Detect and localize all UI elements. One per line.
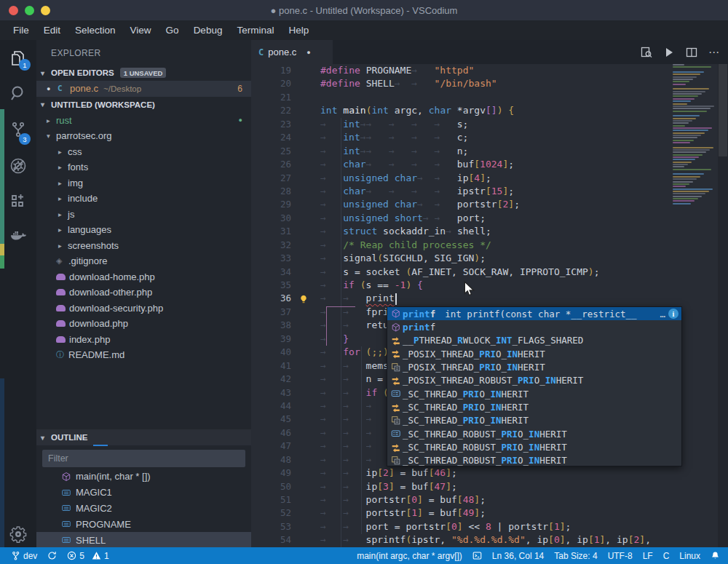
- menu-item-edit[interactable]: Edit: [36, 22, 68, 39]
- symbol-status[interactable]: main(int argc, char * argv[]): [352, 551, 467, 561]
- code-line-25[interactable]: 25→int→→→→→n;: [251, 145, 728, 158]
- code-line-53[interactable]: 53→→port = portstr[0] << 8 | portstr[1];: [251, 520, 728, 533]
- code-area[interactable]: 19#define PROGNAME→"httpd"20#define SHEL…: [251, 64, 728, 547]
- code-line-27[interactable]: 27→unsigned char→→ip[4];: [251, 172, 728, 185]
- tree-item-download-php[interactable]: download.php: [36, 316, 251, 332]
- cursor-position-status[interactable]: Ln 36, Col 14: [487, 551, 549, 561]
- code-line-22[interactable]: 22int main(int argc, char *argv[]) {: [251, 104, 728, 117]
- tree-item-index-php[interactable]: index.php: [36, 332, 251, 348]
- tab-pone-c[interactable]: C pone.c ●: [251, 40, 333, 64]
- debug-disabled-icon[interactable]: [9, 157, 27, 175]
- suggest-item--sc-thread-robust-prio-inherit[interactable]: _SC_THREAD_ROBUST_PRIO_INHERIT: [387, 427, 681, 440]
- language-mode-status[interactable]: C: [658, 551, 675, 561]
- tree-item-include[interactable]: ▸include: [36, 191, 251, 207]
- remote-os-status[interactable]: Linux: [674, 551, 705, 561]
- info-icon[interactable]: i: [668, 309, 678, 319]
- menu-item-selection[interactable]: Selection: [68, 22, 123, 39]
- tree-item-screenshots[interactable]: ▸screenshots: [36, 238, 251, 254]
- outline-item-magic2[interactable]: MAGIC2: [36, 501, 251, 517]
- code-line-33[interactable]: 33→signal(SIGCHLD, SIG_IGN);: [251, 252, 728, 265]
- code-line-35[interactable]: 35→if (s == -1) {: [251, 279, 728, 292]
- tree-item-readme-md[interactable]: ⓘREADME.md: [36, 347, 251, 363]
- settings-gear-icon[interactable]: [9, 525, 27, 543]
- suggest-item--posix-thread-robust-prio-inherit[interactable]: _POSIX_THREAD_ROBUST_PRIO_INHERIT: [387, 374, 681, 387]
- code-line-24[interactable]: 24→int→→→→→c;: [251, 131, 728, 144]
- outline-filter-input[interactable]: Filter: [42, 450, 245, 467]
- tree-item-css[interactable]: ▸css: [36, 144, 251, 160]
- code-line-31[interactable]: 31→struct sockaddr_in→shell;: [251, 225, 728, 238]
- maximize-button[interactable]: [25, 6, 34, 15]
- code-line-52[interactable]: 52→→portstr[1] = buf[49];: [251, 507, 728, 520]
- problems-status[interactable]: 5 1: [62, 551, 114, 561]
- tree-item-js[interactable]: ▸js: [36, 207, 251, 223]
- run-icon[interactable]: [661, 44, 677, 60]
- minimize-button[interactable]: [41, 6, 50, 15]
- suggest-item--posix-thread-prio-inherit[interactable]: _POSIX_THREAD_PRIO_INHERIT: [387, 347, 681, 360]
- suggest-item-printf[interactable]: printf: [387, 320, 681, 333]
- suggest-item--sc-thread-robust-prio-inherit[interactable]: _SC_THREAD_ROBUST_PRIO_INHERIT: [387, 440, 681, 453]
- eol-status[interactable]: LF: [638, 551, 658, 561]
- git-branch-status[interactable]: dev: [6, 551, 42, 561]
- code-line-51[interactable]: 51→→portstr[0] = buf[48];: [251, 493, 728, 507]
- encoding-status[interactable]: UTF-8: [603, 551, 638, 561]
- code-line-21[interactable]: 21: [251, 91, 728, 104]
- code-line-54[interactable]: 54→→sprintf(ipstr, "%d.%d.%d.%d", ip[0],…: [251, 533, 728, 547]
- code-line-28[interactable]: 28→char→→→→ipstr[15];: [251, 185, 728, 198]
- outline-item-progname[interactable]: PROGNAME: [36, 516, 251, 532]
- tree-item-download-security-php[interactable]: download-security.php: [36, 301, 251, 317]
- menu-item-view[interactable]: View: [123, 22, 159, 39]
- tree-item-download-home-php[interactable]: download-home.php: [36, 269, 251, 285]
- code-line-32[interactable]: 32→/* Reap child processes */: [251, 239, 728, 252]
- docker-icon[interactable]: [9, 227, 27, 245]
- scrollbar-slider[interactable]: [719, 64, 727, 156]
- open-editors-header[interactable]: ▾ OPEN EDITORS 1 UNSAVED: [36, 65, 251, 81]
- tree-item-img[interactable]: ▸img: [36, 175, 251, 191]
- outline-item-main-int-char-[interactable]: main(int, char * []): [36, 469, 251, 485]
- extensions-icon[interactable]: [9, 192, 27, 210]
- menu-item-file[interactable]: File: [6, 22, 36, 39]
- suggest-item--pthread-rwlock-int-flags-shared[interactable]: __PTHREAD_RWLOCK_INT_FLAGS_SHARED: [387, 334, 681, 347]
- menu-item-debug[interactable]: Debug: [186, 22, 230, 39]
- outline-item-shell[interactable]: SHELL: [36, 532, 251, 547]
- code-line-29[interactable]: 29→unsigned char→→portstr[2];: [251, 198, 728, 211]
- outline-item-magic1[interactable]: MAGIC1: [36, 485, 251, 501]
- code-line-23[interactable]: 23→int→→→→→s;: [251, 118, 728, 131]
- tab-size-status[interactable]: Tab Size: 4: [549, 551, 602, 561]
- suggest-item-printf[interactable]: printfint printf(const char *__restrict_…: [387, 307, 681, 320]
- tree-item--gitignore[interactable]: ◈.gitignore: [36, 253, 251, 269]
- split-editor-icon[interactable]: [684, 44, 700, 60]
- sync-button[interactable]: [42, 551, 62, 560]
- minimap[interactable]: [673, 64, 718, 547]
- open-editor-pone-c[interactable]: ● C pone.c ~/Desktop 6: [36, 81, 251, 97]
- menu-item-terminal[interactable]: Terminal: [229, 22, 281, 39]
- tree-item-parrotsec-org[interactable]: ▾parrotsec.org: [36, 128, 251, 144]
- tree-item-languages[interactable]: ▸languages: [36, 222, 251, 238]
- code-line-20[interactable]: 20#define SHELL→→"/bin/bash": [251, 77, 728, 90]
- editor-scrollbar[interactable]: [718, 64, 728, 547]
- suggest-item--sc-thread-prio-inherit[interactable]: _SC_THREAD_PRIO_INHERIT: [387, 414, 681, 427]
- notifications-bell-icon[interactable]: [705, 551, 725, 560]
- code-line-19[interactable]: 19#define PROGNAME→"httpd": [251, 64, 728, 77]
- tree-item-download-other-php[interactable]: download-other.php: [36, 285, 251, 301]
- suggest-item--sc-thread-prio-inherit[interactable]: _SC_THREAD_PRIO_INHERIT: [387, 387, 681, 400]
- workspace-header[interactable]: ▾ UNTITLED (WORKSPACE): [36, 97, 251, 113]
- suggest-item--sc-thread-robust-prio-inherit[interactable]: _SC_THREAD_ROBUST_PRIO_INHERIT: [387, 454, 681, 467]
- close-button[interactable]: [9, 6, 18, 15]
- suggest-item--sc-thread-prio-inherit[interactable]: _SC_THREAD_PRIO_INHERIT: [387, 400, 681, 413]
- tree-item-fonts[interactable]: ▸fonts: [36, 159, 251, 175]
- code-line-30[interactable]: 30→unsigned short→→port;: [251, 212, 728, 225]
- screencast-icon[interactable]: [467, 551, 487, 560]
- code-line-36[interactable]: 36→→print: [251, 292, 728, 305]
- search-icon[interactable]: [9, 84, 27, 102]
- menu-item-help[interactable]: Help: [281, 22, 316, 39]
- more-actions-icon[interactable]: ⋯: [706, 44, 722, 60]
- code-line-49[interactable]: 49→→ip[2] = buf[46];: [251, 466, 728, 480]
- suggest-item--posix-thread-prio-inherit[interactable]: _POSIX_THREAD_PRIO_INHERIT: [387, 360, 681, 373]
- menu-item-go[interactable]: Go: [159, 22, 186, 39]
- code-line-50[interactable]: 50→→ip[3] = buf[47];: [251, 480, 728, 493]
- open-preview-icon[interactable]: [638, 44, 654, 60]
- code-line-34[interactable]: 34→s = socket (AF_INET, SOCK_RAW, IPPROT…: [251, 266, 728, 279]
- code-line-26[interactable]: 26→char→→→→buf[1024];: [251, 158, 728, 171]
- tree-item-rust[interactable]: ▸rust●: [36, 113, 251, 129]
- modified-dot-icon[interactable]: ●: [306, 49, 310, 56]
